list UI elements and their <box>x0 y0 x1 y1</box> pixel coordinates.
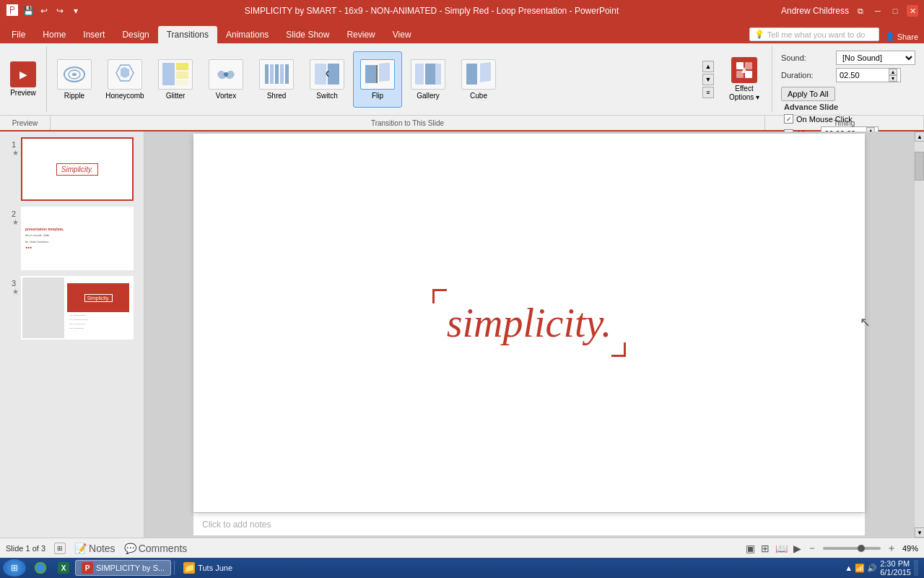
close-button[interactable]: ✕ <box>907 5 918 17</box>
tab-insert[interactable]: Insert <box>74 26 113 43</box>
slide-item-1[interactable]: 1 ★ Simplicity. <box>3 137 141 201</box>
timing-section-label: Timing <box>765 116 924 130</box>
reading-view-button[interactable]: 📖 <box>775 543 788 554</box>
customize-qat-button[interactable]: ▾ <box>69 4 82 17</box>
sound-select[interactable]: [No Sound] <box>836 51 915 65</box>
normal-view-button[interactable]: ▣ <box>746 543 755 554</box>
transition-vortex[interactable]: Vortex <box>201 51 250 108</box>
slideshow-button[interactable]: ▶ <box>793 543 801 554</box>
slide-item-2[interactable]: 2 ★ presentation template, this is simpl… <box>3 207 141 270</box>
scrollbar-up-button[interactable]: ▲ <box>915 131 924 142</box>
transition-gallery[interactable]: Gallery <box>404 51 453 108</box>
svg-rect-16 <box>328 64 339 85</box>
start-button[interactable]: ⊞ <box>3 559 26 577</box>
preview-section: ▶ Preview <box>0 46 47 112</box>
svg-rect-14 <box>285 64 289 84</box>
svg-rect-18 <box>379 63 390 82</box>
tab-transitions[interactable]: Transitions <box>158 26 217 43</box>
transitions-area: Ripple Honeycomb <box>47 46 717 112</box>
zoom-thumb <box>858 545 865 552</box>
redo-button[interactable]: ↪ <box>53 4 66 17</box>
tab-slideshow[interactable]: Slide Show <box>277 26 338 43</box>
zoom-out-button[interactable]: － <box>807 542 817 555</box>
share-button[interactable]: 👤Share <box>885 32 918 41</box>
svg-rect-26 <box>745 62 752 69</box>
comments-button[interactable]: 💬Comments <box>124 543 188 554</box>
transition-ripple[interactable]: Ripple <box>50 51 99 108</box>
taskbar-folder[interactable]: 📁 Tuts June <box>178 560 238 576</box>
chrome-icon <box>35 562 46 574</box>
svg-rect-13 <box>280 64 284 84</box>
slide-section-button[interactable]: ⊞ <box>54 543 66 554</box>
transition-glitter[interactable]: Glitter <box>151 51 200 108</box>
svg-rect-15 <box>315 64 326 85</box>
slide-item-3[interactable]: 3 ★ Simplicity. ── ──────── ───────── ──… <box>3 276 141 340</box>
notes-placeholder: Click to add notes <box>202 519 271 530</box>
tab-design[interactable]: Design <box>113 26 157 43</box>
transition-flip[interactable]: Flip <box>353 51 402 108</box>
transition-icons-list: Ripple Honeycomb <box>47 51 702 108</box>
slide-canvas[interactable]: simplicity. <box>193 134 865 512</box>
preview-button[interactable]: ▶ Preview <box>6 58 40 101</box>
duration-label: Duration: <box>781 71 832 79</box>
sound-label: Sound: <box>781 53 832 62</box>
shred-label: Shred <box>267 92 287 100</box>
duration-row: Duration: 02.50 ▲ ▼ <box>781 68 915 82</box>
taskbar-excel[interactable]: X <box>52 560 75 576</box>
tab-file[interactable]: File <box>3 26 34 43</box>
transition-honeycomb[interactable]: Honeycomb <box>100 51 149 108</box>
effect-options-button[interactable]: EffectOptions ▾ <box>723 53 766 105</box>
slide3-right-panel: Simplicity. ── ──────── ───────── ──────… <box>64 277 132 338</box>
minimize-button[interactable]: ─ <box>872 5 884 17</box>
slide-num-2: 2 <box>3 210 16 218</box>
right-scrollbar[interactable]: ▲ ▼ <box>914 131 924 538</box>
preview-section-label: Preview <box>0 116 51 130</box>
taskbar-chrome[interactable] <box>29 560 52 576</box>
scroll-more-button[interactable]: ≡ <box>702 87 714 98</box>
duration-up-button[interactable]: ▲ <box>889 69 897 75</box>
sound-row: Sound: [No Sound] <box>781 51 915 65</box>
slide-thumb-3: Simplicity. ── ──────── ───────── ──────… <box>21 276 134 340</box>
scroll-up-button[interactable]: ▲ <box>702 61 714 72</box>
slide3-text-content: ── ──────── ───────── ──────── ───── <box>67 312 129 332</box>
duration-down-button[interactable]: ▼ <box>889 75 897 82</box>
tab-animations[interactable]: Animations <box>217 26 277 43</box>
taskbar-powerpoint[interactable]: P SIMPLICITY by S... <box>75 560 171 576</box>
excel-icon: X <box>58 562 69 574</box>
transition-shred[interactable]: Shred <box>252 51 301 108</box>
tab-review[interactable]: Review <box>338 26 383 43</box>
undo-button[interactable]: ↩ <box>38 4 51 17</box>
tab-view[interactable]: View <box>384 26 420 43</box>
scrollbar-down-button[interactable]: ▼ <box>915 527 924 538</box>
save-button[interactable]: 💾 <box>22 4 35 17</box>
slide-sorter-button[interactable]: ⊞ <box>761 543 770 554</box>
transition-cube[interactable]: Cube <box>454 51 503 108</box>
show-desktop-button[interactable] <box>914 560 918 576</box>
duration-input[interactable]: 02.50 ▲ ▼ <box>836 68 901 82</box>
user-name: Andrew Childress <box>781 6 849 16</box>
taskbar: ⊞ X P SIMPLICITY by S... 📁 Tuts June ▲ 📶… <box>0 558 924 578</box>
duration-value: 02.50 <box>840 71 860 79</box>
scroll-down-button[interactable]: ▼ <box>702 74 714 85</box>
slide-num-3: 3 <box>3 279 16 288</box>
tab-home[interactable]: Home <box>34 26 74 43</box>
zoom-slider[interactable] <box>823 547 881 550</box>
slide-logo-text: simplicity. <box>447 301 612 345</box>
status-left: Slide 1 of 3 ⊞ 📝Notes 💬Comments <box>6 543 187 554</box>
switch-icon <box>310 59 344 90</box>
slide3-brand-text: Simplicity. <box>84 294 113 302</box>
notes-button[interactable]: 📝Notes <box>74 543 116 554</box>
maximize-button[interactable]: □ <box>889 5 901 17</box>
zoom-in-button[interactable]: ＋ <box>886 542 897 555</box>
scrollbar-thumb[interactable] <box>915 152 924 181</box>
apply-all-button[interactable]: Apply To All <box>781 87 835 101</box>
transition-switch[interactable]: Switch <box>302 51 352 108</box>
status-right: ▣ ⊞ 📖 ▶ － ＋ 49% <box>746 542 918 555</box>
svg-rect-17 <box>365 65 376 83</box>
help-search[interactable]: 💡 Tell me what you want to do <box>749 27 879 41</box>
duration-spinner[interactable]: ▲ ▼ <box>889 69 897 82</box>
slide-star-3: ★ <box>12 288 19 296</box>
notes-area[interactable]: Click to add notes <box>193 512 865 535</box>
slide-star-2: ★ <box>12 218 19 226</box>
restore-down-button[interactable]: ⧉ <box>855 5 866 17</box>
